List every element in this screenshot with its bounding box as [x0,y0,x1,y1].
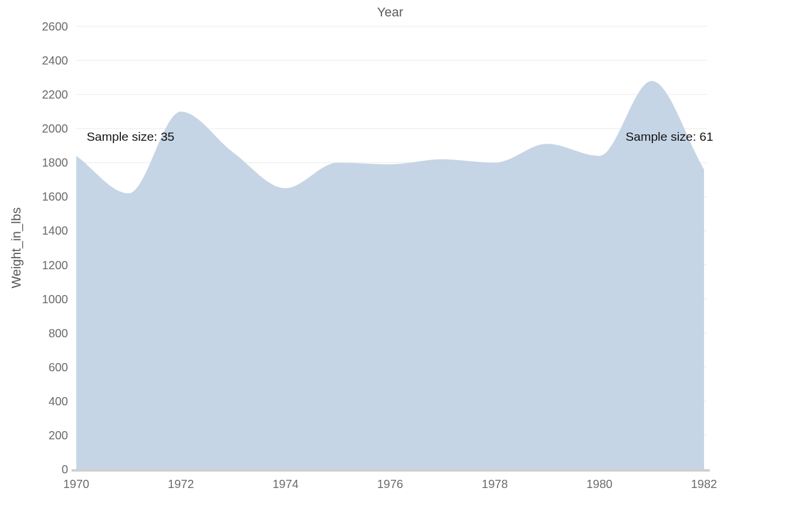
x-tick-label: 1972 [168,477,194,490]
y-tick-label: 1400 [42,224,69,237]
y-tick-label: 200 [49,429,68,442]
area-chart: Year020040060080010001200140016001800200… [0,0,785,532]
y-tick-label: 1800 [42,156,69,169]
x-tick-label: 1978 [482,477,508,490]
x-tick-label: 1974 [272,477,299,490]
y-tick-label: 600 [49,361,68,374]
chart-annotation: Sample size: 61 [625,130,713,143]
y-tick-label: 2600 [42,20,69,33]
y-tick-label: 800 [49,327,68,340]
x-tick-label: 1980 [586,477,613,490]
x-tick-label: 1976 [377,477,404,490]
y-tick-label: 1200 [42,259,69,272]
chart-container: Year020040060080010001200140016001800200… [0,0,785,532]
y-tick-label: 400 [49,395,68,408]
y-tick-label: 0 [62,463,68,476]
y-tick-label: 2200 [42,88,69,101]
y-axis-label: Weight_in_lbs [9,208,23,289]
y-tick-label: 1000 [42,293,69,306]
x-tick-label: 1970 [63,477,90,490]
y-tick-label: 2400 [42,54,69,67]
chart-title: Year [377,5,403,19]
y-tick-label: 1600 [42,190,69,203]
x-tick-label: 1982 [691,477,718,490]
chart-annotation: Sample size: 35 [87,130,174,143]
y-tick-label: 2000 [42,122,69,135]
